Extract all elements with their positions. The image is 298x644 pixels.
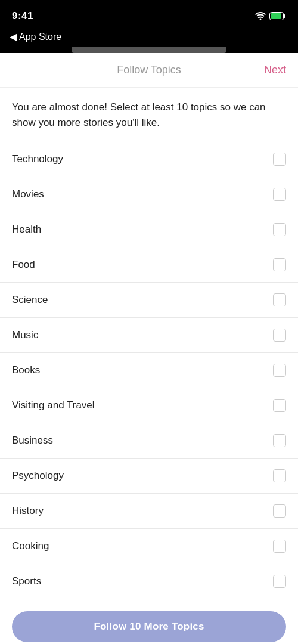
topic-checkbox-books[interactable] — [273, 364, 286, 377]
next-button[interactable]: Next — [264, 64, 286, 76]
back-arrow-icon: ◀ — [10, 31, 17, 42]
topic-item-science[interactable]: Science — [0, 283, 298, 318]
topic-item-books[interactable]: Books — [0, 353, 298, 388]
status-time: 9:41 — [12, 10, 33, 22]
topic-label-history: History — [12, 505, 44, 517]
status-bar: 9:41 — [0, 0, 298, 30]
notch-bar — [72, 47, 226, 53]
topic-label-music: Music — [12, 329, 38, 341]
main-content: Follow Topics Next You are almost done! … — [0, 53, 298, 644]
topic-checkbox-technology[interactable] — [273, 153, 286, 166]
topic-item-visiting-and-travel[interactable]: Visiting and Travel — [0, 388, 298, 423]
topic-item-sports[interactable]: Sports — [0, 564, 298, 599]
topic-label-food: Food — [12, 259, 35, 271]
topic-checkbox-visiting-and-travel[interactable] — [273, 399, 286, 412]
back-label: App Store — [19, 32, 61, 42]
topic-label-sports: Sports — [12, 575, 41, 587]
subtitle-text: You are almost done! Select at least 10 … — [0, 88, 298, 136]
topic-label-technology: Technology — [12, 153, 63, 165]
topic-item-food[interactable]: Food — [0, 247, 298, 283]
page-title: Follow Topics — [117, 64, 181, 76]
topic-checkbox-health[interactable] — [273, 223, 286, 236]
topic-label-health: Health — [12, 224, 41, 236]
topic-list: TechnologyMoviesHealthFoodScienceMusicBo… — [0, 142, 298, 599]
topic-label-science: Science — [12, 294, 48, 306]
topic-checkbox-science[interactable] — [273, 293, 286, 306]
battery-icon — [269, 12, 286, 20]
topic-checkbox-business[interactable] — [273, 434, 286, 447]
topic-label-visiting-and-travel: Visiting and Travel — [12, 400, 95, 411]
topic-item-psychology[interactable]: Psychology — [0, 459, 298, 494]
topic-item-movies[interactable]: Movies — [0, 177, 298, 212]
topic-label-business: Business — [12, 435, 53, 447]
topic-checkbox-music[interactable] — [273, 329, 286, 342]
back-navigation[interactable]: ◀ App Store — [0, 30, 298, 47]
page-header: Follow Topics Next — [0, 53, 298, 88]
topic-item-health[interactable]: Health — [0, 212, 298, 247]
topic-label-movies: Movies — [12, 188, 44, 200]
svg-rect-2 — [271, 13, 281, 19]
topic-checkbox-movies[interactable] — [273, 188, 286, 201]
topic-item-business[interactable]: Business — [0, 423, 298, 459]
topic-label-psychology: Psychology — [12, 470, 64, 482]
topic-label-cooking: Cooking — [12, 540, 49, 552]
topic-item-cooking[interactable]: Cooking — [0, 529, 298, 564]
topic-label-books: Books — [12, 364, 40, 376]
topic-checkbox-history[interactable] — [273, 504, 286, 518]
follow-button[interactable]: Follow 10 More Topics — [12, 611, 286, 642]
topic-checkbox-cooking[interactable] — [273, 540, 286, 553]
topic-checkbox-food[interactable] — [273, 258, 286, 271]
footer: Follow 10 More Topics — [0, 599, 298, 644]
topic-item-history[interactable]: History — [0, 494, 298, 529]
topic-item-technology[interactable]: Technology — [0, 142, 298, 177]
wifi-icon — [255, 12, 266, 20]
status-icons — [255, 12, 286, 20]
topic-checkbox-sports[interactable] — [273, 575, 286, 588]
svg-rect-1 — [284, 14, 285, 18]
topic-item-music[interactable]: Music — [0, 318, 298, 353]
topic-checkbox-psychology[interactable] — [273, 469, 286, 482]
